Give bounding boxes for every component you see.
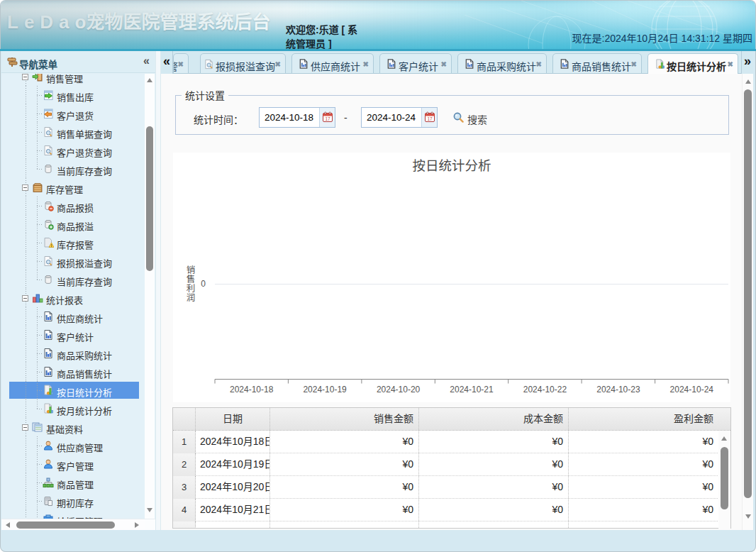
svg-text:售: 售	[187, 274, 196, 285]
svg-text:润: 润	[187, 293, 196, 303]
svg-text:利: 利	[187, 284, 196, 294]
svg-text:2024-10-24: 2024-10-24	[670, 385, 714, 394]
svg-text:17: 17	[325, 116, 330, 121]
svg-text:2024-10-19: 2024-10-19	[303, 385, 347, 394]
svg-text:2024-10-21: 2024-10-21	[450, 385, 494, 394]
svg-text:0: 0	[201, 279, 206, 289]
svg-text:销: 销	[187, 265, 196, 275]
svg-text:2024-10-20: 2024-10-20	[377, 385, 421, 394]
svg-text:2024-10-18: 2024-10-18	[230, 385, 274, 394]
svg-text:2024-10-22: 2024-10-22	[523, 385, 567, 394]
svg-text:2024-10-23: 2024-10-23	[596, 385, 640, 394]
svg-text:按日统计分析: 按日统计分析	[412, 158, 491, 173]
svg-text:17: 17	[427, 116, 433, 121]
